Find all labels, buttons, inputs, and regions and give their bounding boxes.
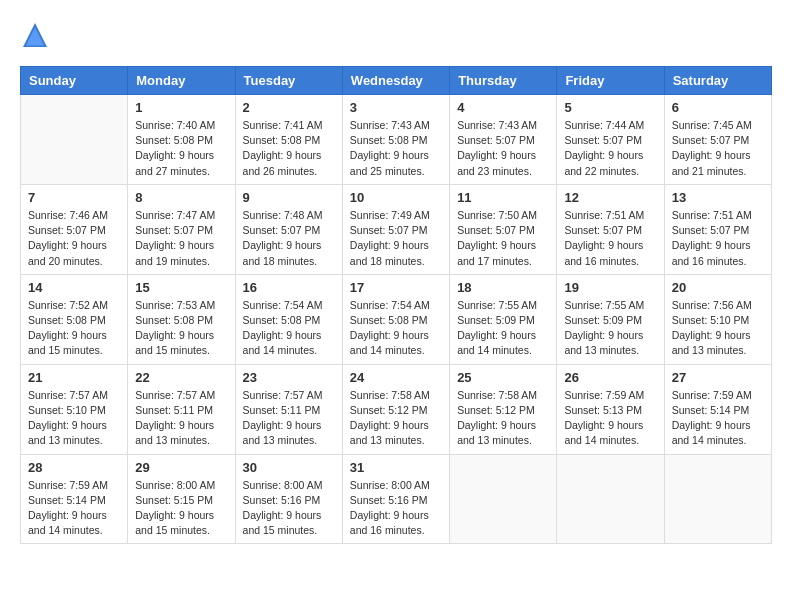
day-number: 22: [135, 370, 227, 385]
day-info: Sunrise: 7:44 AMSunset: 5:07 PMDaylight:…: [564, 118, 656, 179]
col-header-saturday: Saturday: [664, 67, 771, 95]
day-number: 21: [28, 370, 120, 385]
day-number: 27: [672, 370, 764, 385]
calendar-cell: 20Sunrise: 7:56 AMSunset: 5:10 PMDayligh…: [664, 274, 771, 364]
calendar-cell: 6Sunrise: 7:45 AMSunset: 5:07 PMDaylight…: [664, 95, 771, 185]
day-number: 16: [243, 280, 335, 295]
calendar-cell: 10Sunrise: 7:49 AMSunset: 5:07 PMDayligh…: [342, 184, 449, 274]
day-info: Sunrise: 7:43 AMSunset: 5:07 PMDaylight:…: [457, 118, 549, 179]
calendar-cell: 22Sunrise: 7:57 AMSunset: 5:11 PMDayligh…: [128, 364, 235, 454]
day-info: Sunrise: 7:49 AMSunset: 5:07 PMDaylight:…: [350, 208, 442, 269]
day-info: Sunrise: 7:57 AMSunset: 5:11 PMDaylight:…: [135, 388, 227, 449]
day-number: 24: [350, 370, 442, 385]
day-number: 28: [28, 460, 120, 475]
calendar-cell: [557, 454, 664, 544]
day-info: Sunrise: 8:00 AMSunset: 5:16 PMDaylight:…: [350, 478, 442, 539]
day-info: Sunrise: 7:55 AMSunset: 5:09 PMDaylight:…: [564, 298, 656, 359]
day-number: 3: [350, 100, 442, 115]
calendar-cell: 18Sunrise: 7:55 AMSunset: 5:09 PMDayligh…: [450, 274, 557, 364]
day-number: 9: [243, 190, 335, 205]
calendar-week-row: 28Sunrise: 7:59 AMSunset: 5:14 PMDayligh…: [21, 454, 772, 544]
day-info: Sunrise: 7:43 AMSunset: 5:08 PMDaylight:…: [350, 118, 442, 179]
calendar-cell: 15Sunrise: 7:53 AMSunset: 5:08 PMDayligh…: [128, 274, 235, 364]
calendar-cell: 23Sunrise: 7:57 AMSunset: 5:11 PMDayligh…: [235, 364, 342, 454]
day-number: 8: [135, 190, 227, 205]
calendar-cell: 24Sunrise: 7:58 AMSunset: 5:12 PMDayligh…: [342, 364, 449, 454]
day-info: Sunrise: 8:00 AMSunset: 5:16 PMDaylight:…: [243, 478, 335, 539]
day-number: 2: [243, 100, 335, 115]
calendar-cell: 14Sunrise: 7:52 AMSunset: 5:08 PMDayligh…: [21, 274, 128, 364]
day-number: 12: [564, 190, 656, 205]
day-number: 14: [28, 280, 120, 295]
day-number: 7: [28, 190, 120, 205]
day-info: Sunrise: 7:41 AMSunset: 5:08 PMDaylight:…: [243, 118, 335, 179]
calendar-header-row: SundayMondayTuesdayWednesdayThursdayFrid…: [21, 67, 772, 95]
col-header-sunday: Sunday: [21, 67, 128, 95]
day-number: 23: [243, 370, 335, 385]
day-number: 6: [672, 100, 764, 115]
day-number: 17: [350, 280, 442, 295]
day-info: Sunrise: 7:54 AMSunset: 5:08 PMDaylight:…: [243, 298, 335, 359]
day-number: 1: [135, 100, 227, 115]
day-info: Sunrise: 7:53 AMSunset: 5:08 PMDaylight:…: [135, 298, 227, 359]
day-info: Sunrise: 7:48 AMSunset: 5:07 PMDaylight:…: [243, 208, 335, 269]
calendar-cell: 13Sunrise: 7:51 AMSunset: 5:07 PMDayligh…: [664, 184, 771, 274]
col-header-wednesday: Wednesday: [342, 67, 449, 95]
day-info: Sunrise: 7:47 AMSunset: 5:07 PMDaylight:…: [135, 208, 227, 269]
day-info: Sunrise: 7:58 AMSunset: 5:12 PMDaylight:…: [350, 388, 442, 449]
calendar-cell: 1Sunrise: 7:40 AMSunset: 5:08 PMDaylight…: [128, 95, 235, 185]
day-number: 18: [457, 280, 549, 295]
calendar-cell: [664, 454, 771, 544]
day-number: 11: [457, 190, 549, 205]
day-info: Sunrise: 7:50 AMSunset: 5:07 PMDaylight:…: [457, 208, 549, 269]
day-info: Sunrise: 8:00 AMSunset: 5:15 PMDaylight:…: [135, 478, 227, 539]
page-header: [20, 20, 772, 50]
calendar-cell: 5Sunrise: 7:44 AMSunset: 5:07 PMDaylight…: [557, 95, 664, 185]
calendar-cell: 16Sunrise: 7:54 AMSunset: 5:08 PMDayligh…: [235, 274, 342, 364]
calendar-cell: 11Sunrise: 7:50 AMSunset: 5:07 PMDayligh…: [450, 184, 557, 274]
calendar-cell: 27Sunrise: 7:59 AMSunset: 5:14 PMDayligh…: [664, 364, 771, 454]
calendar-cell: 19Sunrise: 7:55 AMSunset: 5:09 PMDayligh…: [557, 274, 664, 364]
col-header-tuesday: Tuesday: [235, 67, 342, 95]
day-info: Sunrise: 7:40 AMSunset: 5:08 PMDaylight:…: [135, 118, 227, 179]
calendar-week-row: 7Sunrise: 7:46 AMSunset: 5:07 PMDaylight…: [21, 184, 772, 274]
day-info: Sunrise: 7:52 AMSunset: 5:08 PMDaylight:…: [28, 298, 120, 359]
calendar-cell: 25Sunrise: 7:58 AMSunset: 5:12 PMDayligh…: [450, 364, 557, 454]
day-number: 25: [457, 370, 549, 385]
calendar-cell: [21, 95, 128, 185]
col-header-monday: Monday: [128, 67, 235, 95]
col-header-thursday: Thursday: [450, 67, 557, 95]
day-info: Sunrise: 7:59 AMSunset: 5:14 PMDaylight:…: [672, 388, 764, 449]
calendar-cell: 29Sunrise: 8:00 AMSunset: 5:15 PMDayligh…: [128, 454, 235, 544]
calendar-cell: 8Sunrise: 7:47 AMSunset: 5:07 PMDaylight…: [128, 184, 235, 274]
calendar-cell: 4Sunrise: 7:43 AMSunset: 5:07 PMDaylight…: [450, 95, 557, 185]
day-info: Sunrise: 7:56 AMSunset: 5:10 PMDaylight:…: [672, 298, 764, 359]
calendar-cell: 17Sunrise: 7:54 AMSunset: 5:08 PMDayligh…: [342, 274, 449, 364]
calendar-cell: 2Sunrise: 7:41 AMSunset: 5:08 PMDaylight…: [235, 95, 342, 185]
calendar-cell: 3Sunrise: 7:43 AMSunset: 5:08 PMDaylight…: [342, 95, 449, 185]
calendar-cell: 21Sunrise: 7:57 AMSunset: 5:10 PMDayligh…: [21, 364, 128, 454]
calendar-cell: [450, 454, 557, 544]
day-info: Sunrise: 7:58 AMSunset: 5:12 PMDaylight:…: [457, 388, 549, 449]
day-number: 26: [564, 370, 656, 385]
logo-icon: [20, 20, 50, 50]
day-number: 31: [350, 460, 442, 475]
day-info: Sunrise: 7:59 AMSunset: 5:13 PMDaylight:…: [564, 388, 656, 449]
calendar-cell: 30Sunrise: 8:00 AMSunset: 5:16 PMDayligh…: [235, 454, 342, 544]
day-number: 29: [135, 460, 227, 475]
day-info: Sunrise: 7:45 AMSunset: 5:07 PMDaylight:…: [672, 118, 764, 179]
calendar-week-row: 21Sunrise: 7:57 AMSunset: 5:10 PMDayligh…: [21, 364, 772, 454]
day-number: 13: [672, 190, 764, 205]
col-header-friday: Friday: [557, 67, 664, 95]
calendar-cell: 7Sunrise: 7:46 AMSunset: 5:07 PMDaylight…: [21, 184, 128, 274]
calendar-cell: 9Sunrise: 7:48 AMSunset: 5:07 PMDaylight…: [235, 184, 342, 274]
day-info: Sunrise: 7:55 AMSunset: 5:09 PMDaylight:…: [457, 298, 549, 359]
calendar-week-row: 1Sunrise: 7:40 AMSunset: 5:08 PMDaylight…: [21, 95, 772, 185]
day-number: 4: [457, 100, 549, 115]
day-info: Sunrise: 7:51 AMSunset: 5:07 PMDaylight:…: [564, 208, 656, 269]
day-number: 19: [564, 280, 656, 295]
day-info: Sunrise: 7:59 AMSunset: 5:14 PMDaylight:…: [28, 478, 120, 539]
day-number: 5: [564, 100, 656, 115]
calendar-cell: 31Sunrise: 8:00 AMSunset: 5:16 PMDayligh…: [342, 454, 449, 544]
day-info: Sunrise: 7:46 AMSunset: 5:07 PMDaylight:…: [28, 208, 120, 269]
